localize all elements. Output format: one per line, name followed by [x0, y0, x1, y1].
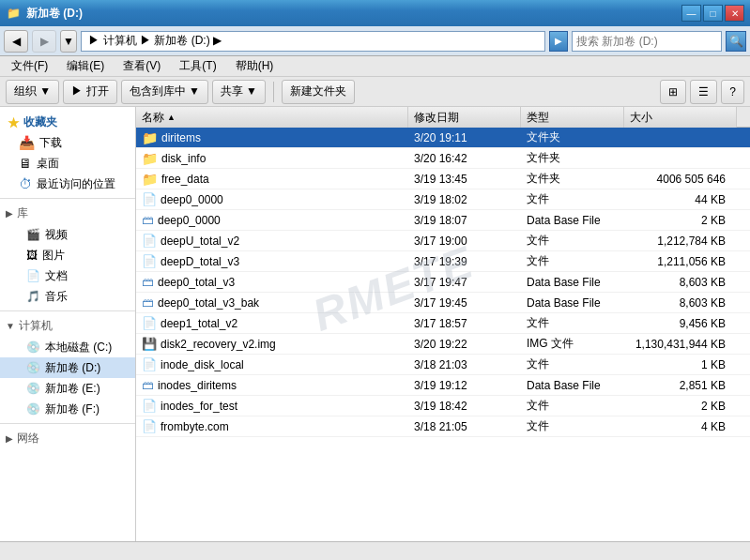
table-row[interactable]: 📄 inode_disk_local 3/18 21:03 文件 1 KB: [136, 355, 750, 375]
menu-file[interactable]: 文件(F): [6, 56, 54, 76]
table-row[interactable]: 🗃 deep0_0000 3/19 18:07 Data Base File 2…: [136, 210, 750, 231]
menu-tools[interactable]: 工具(T): [174, 56, 222, 76]
address-input[interactable]: [81, 31, 545, 52]
include-button[interactable]: 包含到库中 ▼: [121, 80, 208, 104]
new-folder-button[interactable]: 新建文件夹: [282, 80, 355, 104]
sidebar-video-label: 视频: [45, 227, 68, 243]
close-button[interactable]: ✕: [725, 5, 744, 22]
col-name-header[interactable]: 名称 ▲: [136, 107, 408, 128]
status-bar: [0, 541, 750, 560]
file-date: 3/20 19:22: [414, 338, 467, 351]
sidebar-item-video[interactable]: 🎬 视频: [0, 224, 135, 245]
file-name: diritems: [161, 131, 201, 144]
sidebar-download-label: 下载: [39, 135, 62, 151]
file-size: 8,603 KB: [680, 296, 726, 310]
sidebar-item-recent[interactable]: ⏱ 最近访问的位置: [0, 174, 135, 194]
file-icon: 📄: [142, 316, 157, 330]
toolbar-separator: [273, 82, 274, 102]
table-row[interactable]: 🗃 deep0_total_v3 3/17 19:47 Data Base Fi…: [136, 272, 750, 293]
file-icon: 📄: [142, 357, 157, 371]
back-button[interactable]: ◀: [4, 30, 28, 53]
address-bar: ◀ ▶ ▼ ▶ 🔍: [0, 26, 750, 56]
table-row[interactable]: 📄 deep0_0000 3/19 18:02 文件 44 KB: [136, 189, 750, 210]
sidebar-item-picture[interactable]: 🖼 图片: [0, 245, 135, 265]
open-button[interactable]: ▶ 打开: [63, 80, 116, 104]
file-size: 2,851 KB: [680, 379, 726, 392]
file-name: deep0_0000: [158, 214, 221, 227]
sidebar-recent-label: 最近访问的位置: [37, 176, 115, 192]
col-type-header[interactable]: 类型: [521, 107, 624, 128]
file-icon: 📄: [142, 254, 157, 268]
file-date: 3/17 19:45: [414, 296, 467, 310]
table-row[interactable]: 📁 disk_info 3/20 16:42 文件夹: [136, 148, 750, 169]
table-row[interactable]: 🗃 deep0_total_v3_bak 3/17 19:45 Data Bas…: [136, 293, 750, 313]
file-date: 3/19 18:02: [414, 193, 467, 206]
help-button[interactable]: ?: [721, 80, 744, 104]
menu-view[interactable]: 查看(V): [117, 56, 166, 76]
file-size: 4 KB: [701, 420, 726, 433]
sidebar-item-f-drive[interactable]: 💿 新加卷 (F:): [0, 399, 135, 419]
table-row[interactable]: 🗃 inodes_diritems 3/19 19:12 Data Base F…: [136, 375, 750, 396]
file-size: 1 KB: [701, 358, 726, 371]
sidebar-item-d-drive[interactable]: 💿 新加卷 (D:): [0, 357, 135, 378]
table-row[interactable]: 📁 free_data 3/19 13:45 文件夹 4006 505 646: [136, 169, 750, 189]
libraries-header[interactable]: ▶ 库: [0, 203, 135, 224]
view-grid-button[interactable]: ⊞: [660, 80, 686, 104]
computer-header[interactable]: ▼ 计算机: [0, 315, 135, 337]
sidebar-item-download[interactable]: 📥 下载: [0, 132, 135, 153]
col-name-label: 名称: [142, 110, 164, 126]
minimize-button[interactable]: —: [681, 5, 701, 22]
window-icon: 📁: [6, 6, 21, 21]
desktop-icon: 🖥: [19, 156, 32, 171]
file-name: free_data: [161, 173, 209, 186]
main-layout: ★ 收藏夹 📥 下载 🖥 桌面 ⏱ 最近访问的位置 ▶ 库 🎬: [0, 107, 750, 541]
favorites-header[interactable]: ★ 收藏夹: [0, 113, 135, 132]
dropdown-button[interactable]: ▼: [60, 30, 77, 53]
table-row[interactable]: 📄 deepU_total_v2 3/17 19:00 文件 1,212,784…: [136, 231, 750, 251]
file-date: 3/17 19:00: [414, 235, 467, 248]
file-name: frombyte.com: [161, 420, 229, 433]
file-type: 文件夹: [527, 129, 560, 145]
sidebar-item-c-drive[interactable]: 💿 本地磁盘 (C:): [0, 337, 135, 357]
table-row[interactable]: 📁 diritems 3/20 19:11 文件夹: [136, 128, 750, 148]
computer-section: ▼ 计算机 💿 本地磁盘 (C:) 💿 新加卷 (D:) 💿 新加卷 (E:) …: [0, 315, 135, 419]
libraries-label: 库: [17, 205, 28, 221]
document-icon: 📄: [26, 269, 40, 282]
file-type: 文件夹: [527, 171, 560, 187]
forward-button[interactable]: ▶: [32, 30, 56, 53]
sidebar-item-e-drive[interactable]: 💿 新加卷 (E:): [0, 378, 135, 399]
toolbar: 组织 ▼ ▶ 打开 包含到库中 ▼ 共享 ▼ 新建文件夹 ⊞ ☰ ?: [0, 77, 750, 107]
search-input[interactable]: [572, 31, 722, 52]
file-icon: 📄: [142, 419, 157, 433]
table-row[interactable]: 📄 deepD_total_v3 3/17 19:39 文件 1,211,056…: [136, 251, 750, 272]
view-list-button[interactable]: ☰: [690, 80, 717, 104]
file-size: 4006 505 646: [657, 173, 726, 186]
file-name: deep0_total_v3: [158, 276, 235, 289]
table-row[interactable]: 💾 disk2_recovery_v2.img 3/20 19:22 IMG 文…: [136, 334, 750, 355]
sidebar-item-music[interactable]: 🎵 音乐: [0, 286, 135, 307]
db-file-icon: 🗃: [142, 378, 154, 392]
network-header[interactable]: ▶ 网络: [0, 428, 135, 449]
table-row[interactable]: 📄 inodes_for_test 3/19 18:42 文件 2 KB: [136, 396, 750, 416]
table-row[interactable]: 📄 frombyte.com 3/18 21:05 文件 4 KB: [136, 416, 750, 437]
file-date: 3/19 18:42: [414, 400, 467, 413]
sidebar-item-desktop[interactable]: 🖥 桌面: [0, 153, 135, 174]
sidebar-picture-label: 图片: [42, 248, 65, 264]
file-size: 44 KB: [695, 193, 726, 206]
col-date-header[interactable]: 修改日期: [408, 107, 521, 128]
file-name: deep0_total_v3_bak: [158, 296, 259, 310]
maximize-button[interactable]: □: [703, 5, 723, 22]
menu-help[interactable]: 帮助(H): [230, 56, 280, 76]
col-size-header[interactable]: 大小: [624, 107, 737, 128]
file-name: inode_disk_local: [161, 358, 244, 371]
menu-edit[interactable]: 编辑(E): [61, 56, 110, 76]
file-date: 3/17 18:57: [414, 317, 467, 330]
organize-button[interactable]: 组织 ▼: [6, 80, 59, 104]
share-button[interactable]: 共享 ▼: [212, 80, 266, 104]
file-type: Data Base File: [527, 296, 601, 310]
search-button[interactable]: 🔍: [726, 31, 746, 52]
table-row[interactable]: 📄 deep1_total_v2 3/17 18:57 文件 9,456 KB: [136, 313, 750, 334]
file-type: 文件: [527, 315, 549, 331]
sidebar-item-document[interactable]: 📄 文档: [0, 265, 135, 286]
sidebar-document-label: 文档: [45, 268, 68, 284]
